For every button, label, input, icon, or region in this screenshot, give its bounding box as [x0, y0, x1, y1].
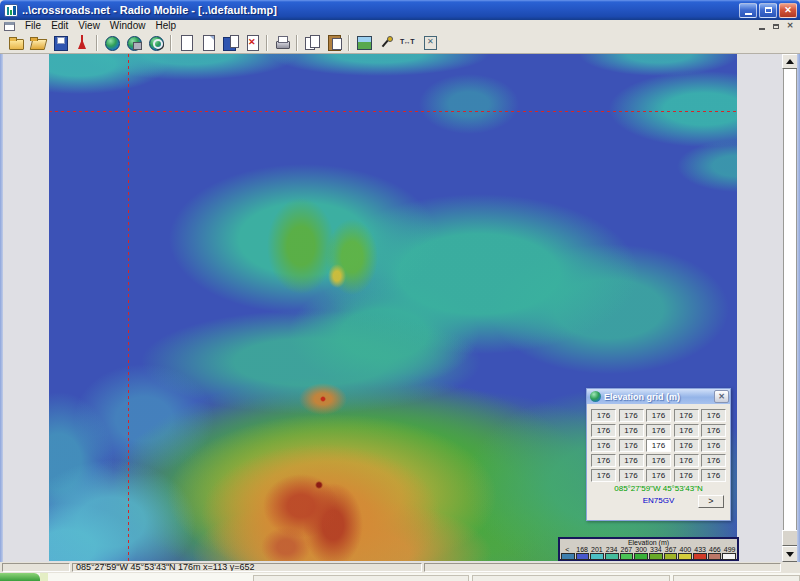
elevation-cell[interactable]: 176	[701, 439, 726, 452]
legend-label: 201	[590, 546, 605, 553]
arrow-down-icon	[786, 552, 794, 561]
picture-properties-button[interactable]	[197, 33, 219, 53]
elevation-cell[interactable]: 176	[674, 469, 699, 482]
paste-icon	[326, 35, 342, 50]
taskbar-button[interactable]	[253, 575, 469, 581]
status-corner	[783, 563, 798, 572]
toolbar-separator	[348, 35, 350, 51]
menu-help[interactable]: Help	[150, 20, 181, 32]
mdi-restore-button[interactable]	[769, 21, 783, 31]
legend-swatch	[708, 553, 722, 560]
elevation-grid-close-button[interactable]: ✕	[714, 390, 729, 403]
save-picture-button[interactable]	[219, 33, 241, 53]
legend-swatch	[561, 553, 575, 560]
status-bar: 085°27'59"W 45°53'43"N 176m x=113 y=652	[0, 562, 800, 573]
elevation-cell[interactable]: 176	[646, 409, 671, 422]
taskbar-button[interactable]	[673, 575, 800, 581]
elevation-cell[interactable]: 176	[619, 424, 644, 437]
toolbar-separator	[296, 35, 298, 51]
elevation-cell[interactable]: 176	[619, 439, 644, 452]
elevation-cell[interactable]: 176	[591, 424, 616, 437]
new-picture-button[interactable]	[175, 33, 197, 53]
delete-picture-button[interactable]	[241, 33, 263, 53]
elevation-cell[interactable]: 176	[646, 469, 671, 482]
world-map-button[interactable]	[101, 33, 123, 53]
paste-button[interactable]	[323, 33, 345, 53]
mdi-client-area: Elevation grid (m) ✕ 176 176 176 176 176…	[0, 54, 800, 562]
minimize-icon	[745, 13, 752, 15]
elevation-cell[interactable]: 176	[646, 424, 671, 437]
scroll-down-button[interactable]	[782, 546, 798, 562]
minimize-button[interactable]	[739, 3, 757, 18]
elevation-cell[interactable]: 176	[591, 409, 616, 422]
elevation-cell[interactable]: 176	[591, 469, 616, 482]
print-button[interactable]	[271, 33, 293, 53]
legend-swatch	[590, 553, 604, 560]
scrollbar-thumb[interactable]	[782, 530, 798, 546]
start-button[interactable]	[0, 573, 40, 581]
elevation-cell[interactable]: 176	[619, 469, 644, 482]
save-networks-file-button[interactable]	[49, 33, 71, 53]
page-fold-icon	[200, 35, 216, 50]
copy-icon	[304, 35, 320, 50]
arrow-up-icon	[786, 55, 794, 64]
elevation-grid-body: 176 176 176 176 176 176 176 176 176 176 …	[587, 404, 730, 509]
elevation-cell[interactable]: 176	[646, 454, 671, 467]
close-button[interactable]: ✕	[779, 3, 797, 18]
legend-swatch	[722, 553, 736, 560]
legend-swatches	[560, 553, 737, 560]
elevation-cell[interactable]: 176	[674, 439, 699, 452]
scrollbar-track[interactable]	[783, 69, 797, 530]
erase-box-button[interactable]	[419, 33, 441, 53]
globe-zoom-icon	[148, 35, 164, 50]
legend-swatch	[576, 553, 590, 560]
elevation-cell[interactable]: 176	[701, 409, 726, 422]
mdi-child-icon[interactable]	[4, 22, 15, 31]
radio-mobile-window: ..\crossroads.net - Radio Mobile - [..\d…	[0, 0, 800, 581]
vertical-scrollbar[interactable]	[782, 54, 798, 562]
mdi-minimize-button[interactable]	[755, 21, 769, 31]
elevation-grid-titlebar[interactable]: Elevation grid (m) ✕	[587, 389, 730, 404]
elevation-cell[interactable]: 176	[701, 454, 726, 467]
elevation-cell[interactable]: 176	[619, 409, 644, 422]
scroll-up-button[interactable]	[782, 54, 798, 69]
legend-label: <	[560, 546, 575, 553]
menu-view[interactable]: View	[73, 20, 105, 32]
copy-button[interactable]	[301, 33, 323, 53]
elevation-cell-center[interactable]: 176	[646, 439, 671, 452]
world-map-zoom-button[interactable]	[145, 33, 167, 53]
image-view-button[interactable]	[353, 33, 375, 53]
new-networks-file-button[interactable]	[5, 33, 27, 53]
world-map-save-button[interactable]	[123, 33, 145, 53]
legend-title: Elevation (m)	[560, 539, 737, 546]
menu-edit[interactable]: Edit	[46, 20, 73, 32]
menu-window[interactable]: Window	[105, 20, 151, 32]
grid-more-button[interactable]: >	[698, 495, 724, 508]
cursor-coordinates: 085°27'59"W 45°53'43"N	[591, 484, 726, 493]
printer-icon	[274, 35, 290, 50]
elevation-cell[interactable]: 176	[701, 469, 726, 482]
elevation-cell[interactable]: 176	[674, 454, 699, 467]
restore-button[interactable]	[759, 3, 777, 18]
elevation-cell[interactable]: 176	[619, 454, 644, 467]
taskbar-button[interactable]	[472, 575, 670, 581]
toolbar-separator	[266, 35, 268, 51]
elevation-cell[interactable]: 176	[674, 424, 699, 437]
legend-swatch	[678, 553, 692, 560]
elevation-cell[interactable]: 176	[701, 424, 726, 437]
elevation-grid-window: Elevation grid (m) ✕ 176 176 176 176 176…	[586, 388, 731, 521]
text-labels-button[interactable]	[397, 33, 419, 53]
window-title: ..\crossroads.net - Radio Mobile - [..\d…	[22, 4, 737, 16]
antenna-site-button[interactable]	[71, 33, 93, 53]
elevation-cell[interactable]: 176	[591, 439, 616, 452]
menu-file[interactable]: File	[20, 20, 46, 32]
status-position-readout: 085°27'59"W 45°53'43"N 176m x=113 y=652	[72, 563, 422, 572]
open-networks-file-button[interactable]	[27, 33, 49, 53]
legend-swatch	[693, 553, 707, 560]
pin-tool-button[interactable]	[375, 33, 397, 53]
mdi-close-button[interactable]: ✕	[783, 21, 797, 31]
elevation-cell[interactable]: 176	[591, 454, 616, 467]
status-panel-right	[424, 563, 781, 572]
elevation-cell[interactable]: 176	[674, 409, 699, 422]
pin-icon	[378, 35, 394, 50]
